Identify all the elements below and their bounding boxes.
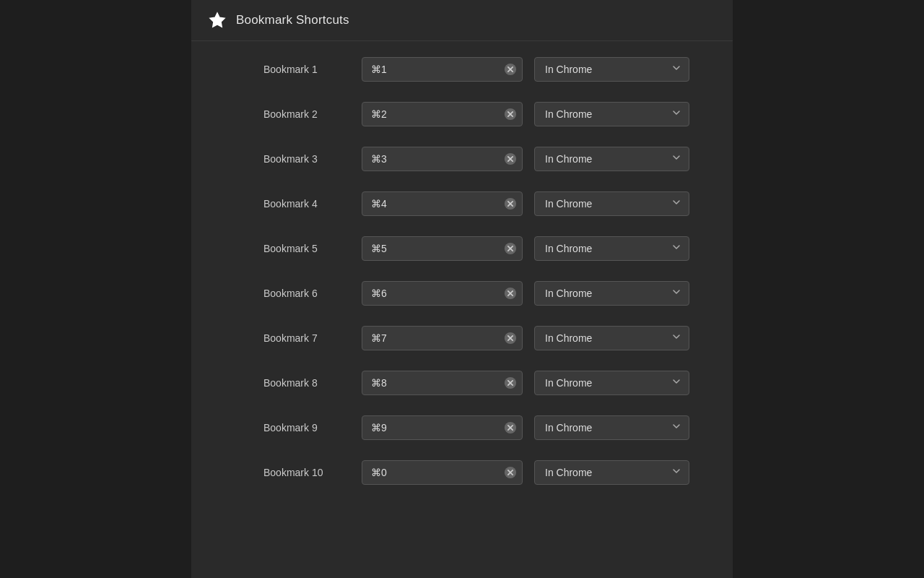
scope-select-5[interactable]: In ChromeGlobal: [534, 236, 689, 261]
shortcut-input-7[interactable]: [362, 326, 523, 350]
scope-select-10[interactable]: In ChromeGlobal: [534, 460, 689, 485]
scope-select-9[interactable]: In ChromeGlobal: [534, 415, 689, 440]
scope-select-wrapper-9: In ChromeGlobal: [534, 415, 689, 440]
shortcut-input-wrapper-8: [362, 371, 523, 395]
shortcut-input-2[interactable]: [362, 102, 523, 126]
scope-select-wrapper-10: In ChromeGlobal: [534, 460, 689, 485]
shortcut-input-wrapper-3: [362, 147, 523, 171]
scope-select-6[interactable]: In ChromeGlobal: [534, 281, 689, 306]
shortcut-label-9: Bookmark 9: [263, 422, 350, 434]
shortcut-label-1: Bookmark 1: [263, 64, 350, 75]
main-panel: Bookmark Shortcuts Bookmark 1 In ChromeG…: [191, 0, 733, 578]
shortcut-row: Bookmark 5 In ChromeGlobal: [191, 226, 733, 271]
shortcut-input-9[interactable]: [362, 415, 523, 440]
scope-select-wrapper-8: In ChromeGlobal: [534, 371, 689, 395]
shortcut-label-7: Bookmark 7: [263, 332, 350, 344]
shortcut-input-wrapper-1: [362, 57, 523, 82]
shortcut-input-4[interactable]: [362, 191, 523, 216]
scope-select-7[interactable]: In ChromeGlobal: [534, 326, 689, 350]
clear-button-1[interactable]: [504, 63, 517, 76]
shortcut-label-4: Bookmark 4: [263, 198, 350, 210]
shortcut-input-wrapper-7: [362, 326, 523, 350]
shortcut-row: Bookmark 7 In ChromeGlobal: [191, 316, 733, 361]
clear-button-2[interactable]: [504, 108, 517, 121]
star-icon: [209, 12, 226, 29]
scope-select-wrapper-1: In ChromeGlobal: [534, 57, 689, 82]
scope-select-wrapper-3: In ChromeGlobal: [534, 147, 689, 171]
shortcut-row: Bookmark 3 In ChromeGlobal: [191, 137, 733, 181]
shortcut-row: Bookmark 4 In ChromeGlobal: [191, 181, 733, 226]
shortcut-input-3[interactable]: [362, 147, 523, 171]
page-container: Bookmark Shortcuts Bookmark 1 In ChromeG…: [0, 0, 924, 578]
scope-select-wrapper-7: In ChromeGlobal: [534, 326, 689, 350]
clear-button-9[interactable]: [504, 421, 517, 434]
scope-select-1[interactable]: In ChromeGlobal: [534, 57, 689, 82]
panel-header: Bookmark Shortcuts: [191, 0, 733, 41]
shortcut-input-wrapper-5: [362, 236, 523, 261]
scope-select-wrapper-5: In ChromeGlobal: [534, 236, 689, 261]
shortcut-input-8[interactable]: [362, 371, 523, 395]
clear-button-8[interactable]: [504, 376, 517, 389]
shortcut-label-3: Bookmark 3: [263, 153, 350, 165]
shortcut-label-5: Bookmark 5: [263, 243, 350, 254]
shortcut-row: Bookmark 8 In ChromeGlobal: [191, 361, 733, 405]
shortcut-input-1[interactable]: [362, 57, 523, 82]
clear-button-6[interactable]: [504, 287, 517, 300]
scope-select-wrapper-2: In ChromeGlobal: [534, 102, 689, 126]
clear-button-5[interactable]: [504, 242, 517, 255]
shortcut-row: Bookmark 1 In ChromeGlobal: [191, 47, 733, 92]
clear-button-4[interactable]: [504, 197, 517, 210]
scope-select-wrapper-6: In ChromeGlobal: [534, 281, 689, 306]
shortcut-input-wrapper-10: [362, 460, 523, 485]
shortcut-row: Bookmark 6 In ChromeGlobal: [191, 271, 733, 316]
shortcut-row: Bookmark 9 In ChromeGlobal: [191, 405, 733, 450]
shortcut-input-10[interactable]: [362, 460, 523, 485]
shortcut-input-wrapper-4: [362, 191, 523, 216]
scope-select-4[interactable]: In ChromeGlobal: [534, 191, 689, 216]
shortcuts-list: Bookmark 1 In ChromeGlobal Bookmark: [191, 41, 733, 501]
clear-button-3[interactable]: [504, 152, 517, 165]
scope-select-wrapper-4: In ChromeGlobal: [534, 191, 689, 216]
panel-title: Bookmark Shortcuts: [236, 13, 349, 27]
shortcut-input-wrapper-2: [362, 102, 523, 126]
shortcut-input-wrapper-6: [362, 281, 523, 306]
shortcut-label-2: Bookmark 2: [263, 108, 350, 120]
clear-button-7[interactable]: [504, 332, 517, 345]
clear-button-10[interactable]: [504, 466, 517, 479]
shortcut-label-8: Bookmark 8: [263, 377, 350, 389]
shortcut-label-10: Bookmark 10: [263, 467, 350, 478]
shortcut-row: Bookmark 10 In ChromeGlobal: [191, 450, 733, 495]
shortcut-input-5[interactable]: [362, 236, 523, 261]
scope-select-8[interactable]: In ChromeGlobal: [534, 371, 689, 395]
shortcut-row: Bookmark 2 In ChromeGlobal: [191, 92, 733, 137]
shortcut-input-6[interactable]: [362, 281, 523, 306]
shortcut-label-6: Bookmark 6: [263, 288, 350, 299]
scope-select-2[interactable]: In ChromeGlobal: [534, 102, 689, 126]
scope-select-3[interactable]: In ChromeGlobal: [534, 147, 689, 171]
shortcut-input-wrapper-9: [362, 415, 523, 440]
